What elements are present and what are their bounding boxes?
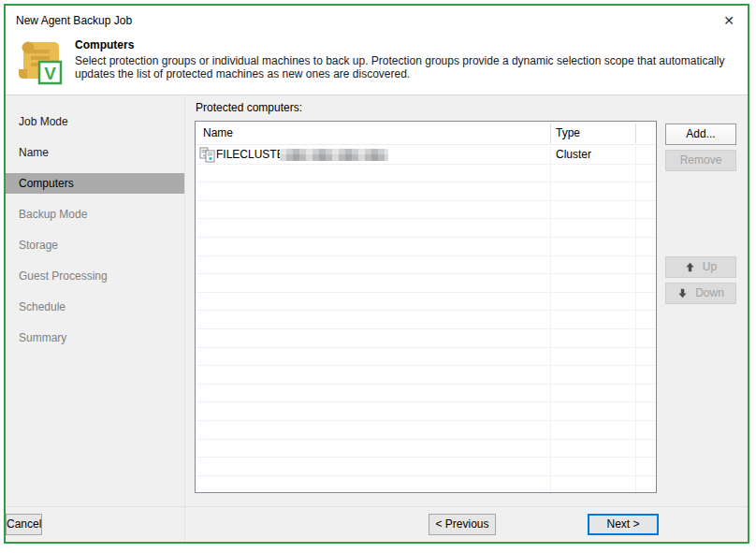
table-row-empty bbox=[196, 293, 656, 312]
sidebar-item-label: Job Mode bbox=[19, 115, 68, 128]
table-row-empty bbox=[196, 329, 656, 348]
sidebar-item-label: Computers bbox=[19, 177, 74, 190]
table-body: FILECLUSTER Cluster bbox=[196, 146, 656, 492]
table-row-empty bbox=[196, 440, 656, 458]
table-row-empty bbox=[196, 366, 656, 385]
computer-type: Cluster bbox=[556, 146, 591, 164]
table-row-empty bbox=[196, 311, 656, 329]
sidebar-item-job-mode[interactable]: Job Mode bbox=[6, 106, 184, 137]
table-row-empty bbox=[196, 256, 656, 275]
add-button[interactable]: Add... bbox=[665, 124, 736, 145]
sidebar-item-summary[interactable]: Summary bbox=[6, 322, 184, 353]
up-button[interactable]: Up bbox=[665, 256, 736, 278]
footer-button-previous[interactable]: < Previous bbox=[429, 514, 496, 535]
wizard-steps-sidebar: Job Mode Name Computers Backup Mode Stor… bbox=[6, 96, 185, 542]
table-row-empty bbox=[196, 182, 656, 201]
window-title: New Agent Backup Job bbox=[16, 14, 132, 27]
sidebar-item-label: Guest Processing bbox=[19, 269, 108, 283]
table-row-empty bbox=[196, 238, 656, 256]
up-label: Up bbox=[703, 260, 717, 273]
footer-button-next[interactable]: Next > bbox=[588, 514, 659, 535]
sidebar-item-backup-mode[interactable]: Backup Mode bbox=[6, 198, 184, 229]
grid-line bbox=[635, 146, 636, 492]
column-header-name[interactable]: Name bbox=[203, 122, 233, 145]
sidebar-item-computers[interactable]: Computers bbox=[6, 173, 184, 194]
sidebar-item-schedule[interactable]: Schedule bbox=[6, 291, 184, 322]
svg-text:V: V bbox=[44, 64, 56, 83]
veeam-scroll-icon: V bbox=[14, 37, 65, 88]
cluster-icon bbox=[199, 147, 215, 166]
table-row-empty bbox=[196, 402, 656, 421]
sidebar-item-name[interactable]: Name bbox=[6, 137, 184, 167]
table-row-empty bbox=[196, 385, 656, 403]
column-divider[interactable] bbox=[550, 124, 551, 143]
down-label: Down bbox=[695, 286, 724, 299]
sidebar-item-guest-processing[interactable]: Guest Processing bbox=[6, 260, 184, 291]
column-header-type[interactable]: Type bbox=[556, 122, 580, 145]
table-row-empty bbox=[196, 476, 656, 492]
dialog-header: New Agent Backup Job ✕ V Computers Selec… bbox=[6, 6, 748, 95]
footer-button-label: Cancel bbox=[7, 517, 41, 531]
table-row-empty bbox=[196, 274, 656, 293]
footer-divider bbox=[6, 506, 748, 507]
down-button[interactable]: Down bbox=[665, 283, 736, 304]
sidebar-item-label: Name bbox=[19, 146, 49, 159]
table-row-empty bbox=[196, 421, 656, 440]
sidebar-item-label: Storage bbox=[19, 239, 58, 252]
table-row-empty bbox=[196, 201, 656, 220]
sidebar-item-label: Schedule bbox=[19, 300, 65, 313]
footer-button-cancel[interactable]: Cancel bbox=[6, 514, 42, 535]
remove-button[interactable]: Remove bbox=[665, 150, 736, 171]
table-row-empty bbox=[196, 348, 656, 367]
protected-computers-table: Name Type F bbox=[195, 121, 657, 493]
down-arrow-icon bbox=[677, 285, 688, 305]
table-row-empty bbox=[196, 165, 656, 183]
step-description: Select protection groups or individual m… bbox=[75, 54, 735, 80]
table-row-empty bbox=[196, 458, 656, 476]
column-divider[interactable] bbox=[635, 124, 636, 143]
up-arrow-icon bbox=[685, 259, 695, 279]
redacted-name-suffix bbox=[280, 149, 388, 161]
step-title: Computers bbox=[75, 38, 134, 51]
sidebar-item-label: Summary bbox=[19, 331, 66, 344]
grid-line bbox=[550, 146, 551, 492]
sidebar-item-storage[interactable]: Storage bbox=[6, 229, 184, 260]
protected-computers-label: Protected computers: bbox=[196, 101, 302, 114]
footer-button-label: < Previous bbox=[435, 517, 488, 531]
footer-button-label: Next > bbox=[606, 517, 639, 531]
table-row-empty bbox=[196, 219, 656, 238]
new-agent-backup-job-dialog: New Agent Backup Job ✕ V Computers Selec… bbox=[4, 4, 749, 544]
close-icon[interactable]: ✕ bbox=[719, 10, 739, 31]
table-header: Name Type bbox=[196, 122, 656, 145]
table-row-filecluster[interactable]: FILECLUSTER Cluster bbox=[196, 146, 656, 165]
sidebar-item-label: Backup Mode bbox=[19, 208, 87, 221]
